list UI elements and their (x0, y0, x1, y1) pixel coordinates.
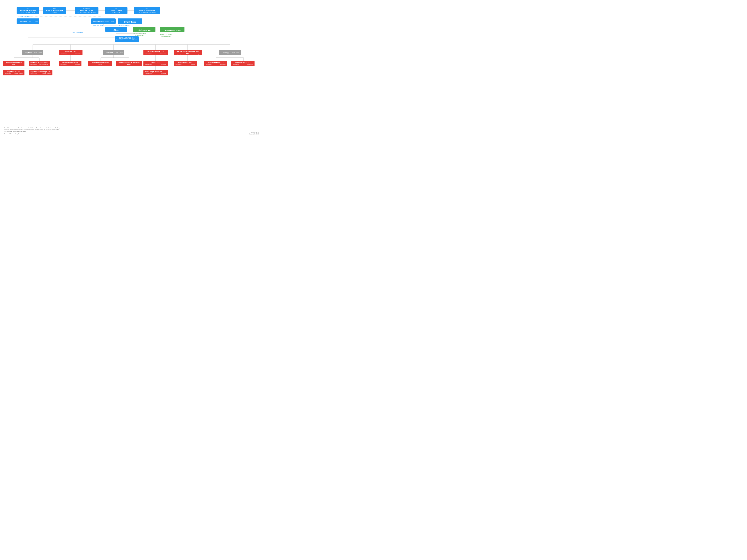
node-delta-air-lines: Delta Air Lines, Inc. Jurisdiction Delaw… (115, 36, 139, 42)
person-daniel: Title Daniel C. Janki EVP & CFO (105, 7, 127, 14)
glen-title: President (44, 11, 65, 13)
group-vanguard: The Vanguard Group (160, 27, 184, 32)
group-other-officers: Other Officers (118, 19, 142, 24)
peter-name: Peter W. Carter (76, 9, 97, 11)
person-edward: Title Edward H. Bastian Chief Executive … (17, 7, 40, 14)
glen-name: Glen W. Hauenstein (44, 9, 65, 11)
group-named-officers: Named Officers Role Group (91, 19, 115, 24)
sub-services: Services Role Group (103, 50, 124, 55)
note-text: Note: This chart shows selected owners a… (4, 127, 62, 135)
sub2-mipc: MIPC, LLC Jurisdiction Delaware (144, 61, 168, 66)
sub-delta-vacations: Delta Vacations, LLC Jurisdiction Minnes… (144, 50, 168, 55)
glen-title-label: Title (44, 8, 65, 9)
group-blackrock: BlackRock, Inc. (133, 27, 155, 32)
group-directors: Directors Role Group (17, 19, 40, 24)
person-glen: Title Glen W. Hauenstein President (43, 7, 66, 14)
person-alain: Title Alain M. Bellemare EVP & President… (134, 7, 160, 14)
alain-title-label: Title (135, 8, 159, 9)
shares-vanguard-label: 86,966,728 Shares 19.40% Percent (160, 33, 172, 38)
person-peter: Jurisdiction Peter W. Carter EVP & CLO a… (75, 7, 99, 14)
daniel-title-label: Title (106, 8, 126, 9)
sub3-skymiles-ip-holdings: SkyMiles IP Holdings Ltd. Jurisdiction C… (29, 70, 52, 75)
shares-named-officers: 4,409,288 Shares (93, 24, 104, 26)
sub-energy: Energy Role Group (219, 50, 241, 55)
sub2-aero-assurance: Aero Assurance Ltd. Jurisdiction Vermont (59, 61, 81, 66)
sub2-endeavor: Endeavor Air, Inc. Jurisdiction Georgia (174, 61, 197, 66)
edward-name: Edward H. Bastian (18, 9, 38, 11)
shares-officers-label: 496,721 Shares (73, 32, 83, 33)
sub2-monroe: Monroe Energy, LLC Jurisdiction Delaware (204, 61, 227, 66)
sub2-delta-material: Delta Material Services, LLC Jurisdictio… (88, 61, 112, 66)
shares-blackrock-label: 38,133,128 Shares 5.90% Percent (133, 32, 146, 36)
daniel-name: Daniel C. Janki (106, 9, 126, 11)
sub2-skymiles-ip-finance: SkyMiles IP Finance Ltd. Jurisdiction Ca… (3, 61, 24, 66)
peter-title-label: Jurisdiction (76, 8, 97, 9)
sub2-delta-professional: Delta Professional Services, LLC Jurisdi… (115, 61, 142, 66)
daniel-title: EVP & CFO (106, 11, 126, 13)
alain-name: Alain M. Bellemare (135, 9, 159, 11)
alain-title: EVP & President - International (135, 11, 159, 13)
sub3-skymiles-ip: SkyMiles IP Ltd. Jurisdiction Cayman Isl… (3, 70, 24, 75)
shares-edward-label: 2,532,851 Shares (18, 16, 30, 17)
chart-container: Title Edward H. Bastian Chief Executive … (0, 0, 263, 137)
edward-title: Chief Executive Officer (18, 11, 38, 13)
group-officers: Officers (105, 27, 127, 32)
sub-dal-global: DAL Global Technology Hub LLP Jurisdicti… (174, 50, 202, 55)
edward-title-label: Title (18, 8, 38, 9)
sub2-epallon: Epallon Trading, LLC Jurisdiction Delawa… (231, 61, 255, 66)
sub2-skymiles-holdings: SkyMiles Holdings Ltd. Jurisdiction Caym… (29, 61, 50, 66)
copyright-text: lexchart.com Copyright 2020 (249, 132, 259, 135)
peter-title: EVP & CLO and Corp. Secretary (76, 11, 97, 13)
sub3-delta-flight: Delta Flight Products, LLC Jurisdiction … (144, 70, 168, 75)
shares-other-officers: 979,754 Shares (119, 24, 129, 26)
sub-skymiles: SkyMiles Role Group (22, 50, 43, 55)
sub-new-sky: New Sky, Ltd. Jurisdiction Bermuda (59, 50, 82, 55)
